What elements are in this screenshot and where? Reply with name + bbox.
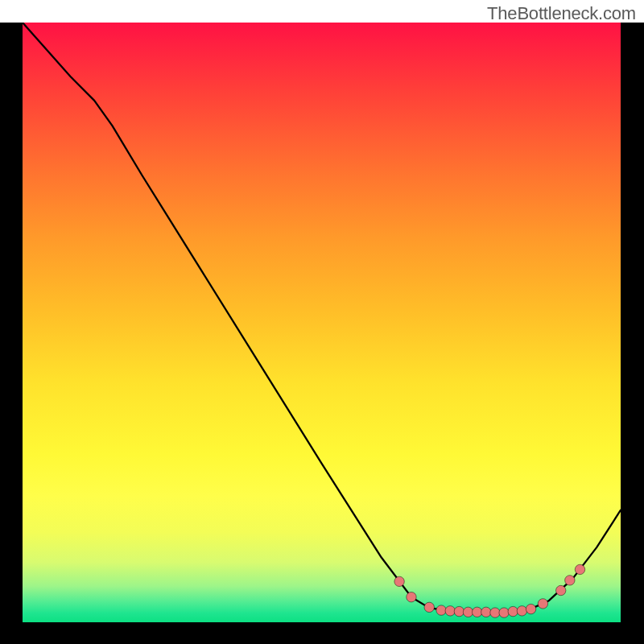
marker-dot: [463, 607, 473, 617]
marker-dot: [538, 599, 547, 609]
marker-dot: [407, 592, 416, 602]
marker-dot: [517, 606, 526, 616]
marker-dot: [445, 606, 455, 616]
marker-dot: [481, 607, 491, 617]
marker-dot: [575, 564, 584, 574]
marker-dot: [556, 585, 566, 595]
marker-dot: [454, 606, 464, 616]
marker-dot: [565, 576, 575, 585]
marker-dot: [436, 605, 446, 615]
marker-dot: [508, 606, 518, 616]
marker-dot: [499, 608, 509, 617]
marker-dot: [526, 604, 535, 613]
marker-dot: [472, 607, 481, 617]
marker-dot: [424, 602, 434, 612]
marker-dot: [394, 576, 404, 586]
gradient-background-rect: [23, 23, 621, 622]
watermark-text: TheBottleneck.com: [487, 3, 636, 24]
bottleneck-chart: [23, 23, 621, 622]
marker-dot: [490, 608, 500, 617]
